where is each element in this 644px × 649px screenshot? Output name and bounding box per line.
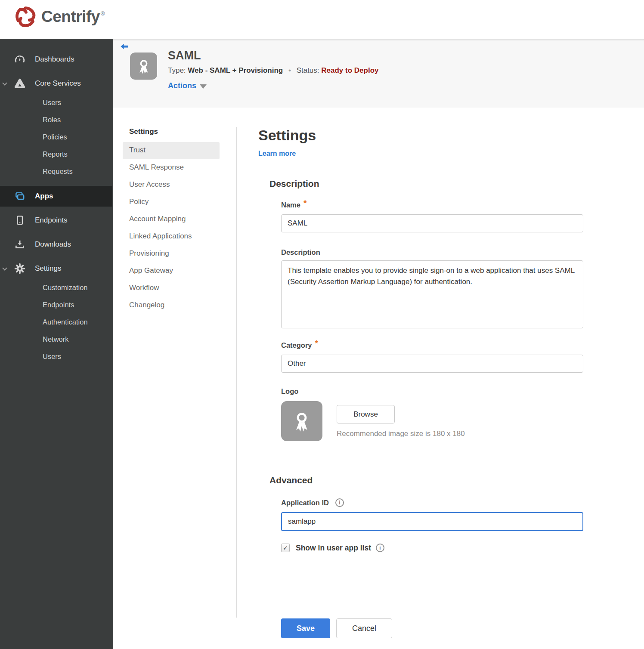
vertical-divider: [236, 127, 237, 618]
settings-panel: Settings Learn more Description Name * D…: [258, 108, 598, 638]
name-field[interactable]: [281, 214, 583, 232]
sidebar-item-endpoints[interactable]: Endpoints: [0, 210, 112, 231]
show-in-user-app-list-label: Show in user app list: [296, 544, 371, 553]
app-logo: [130, 53, 157, 80]
sidebar-item-authentication[interactable]: Authentication: [0, 313, 112, 331]
back-arrow-icon: [119, 42, 130, 52]
subnav-item-linked-applications[interactable]: Linked Applications: [123, 228, 220, 245]
browse-button[interactable]: Browse: [337, 405, 395, 423]
sidebar-item-roles[interactable]: Roles: [0, 111, 112, 128]
sidebar-item-label: Settings: [35, 264, 61, 273]
gauge-icon: [14, 54, 25, 65]
required-asterisk: *: [315, 339, 318, 348]
sidebar-item-label: Dashboards: [35, 55, 74, 64]
learn-more-link[interactable]: Learn more: [258, 150, 296, 158]
subnav-item-provisioning[interactable]: Provisioning: [123, 245, 220, 263]
sidebar-item-users-settings[interactable]: Users: [0, 348, 112, 365]
subnav-item-policy[interactable]: Policy: [123, 194, 220, 211]
advanced-section-heading: Advanced: [269, 475, 598, 486]
topbar: Centrify ®: [0, 0, 644, 39]
core-services-submenu: Users Roles Policies Reports Requests: [0, 94, 112, 180]
description-label: Description: [281, 248, 320, 257]
sidebar-item-apps[interactable]: Apps: [0, 186, 112, 207]
app-subnav: Settings Trust SAML Response User Access…: [123, 127, 220, 314]
subnav-item-saml-response[interactable]: SAML Response: [123, 159, 220, 176]
category-field[interactable]: [281, 355, 583, 373]
app-title: SAML: [168, 49, 378, 62]
name-label: Name: [281, 201, 300, 209]
sidebar-item-dashboards[interactable]: Dashboards: [0, 39, 112, 70]
logo-preview: [281, 401, 322, 441]
caret-down-icon: [200, 84, 207, 89]
sidebar-item-requests[interactable]: Requests: [0, 163, 112, 180]
subnav-item-changelog[interactable]: Changelog: [123, 297, 220, 314]
sidebar-item-core-services[interactable]: Core Services: [0, 73, 112, 94]
gear-icon: [14, 263, 25, 274]
sidebar-item-policies[interactable]: Policies: [0, 128, 112, 145]
app-header: SAML Type: Web - SAML + Provisioning • S…: [113, 39, 644, 108]
subnav-item-workflow[interactable]: Workflow: [123, 280, 220, 297]
type-label: Type:: [168, 66, 186, 74]
description-field[interactable]: This template enables you to provide sin…: [281, 260, 583, 328]
sidebar-item-settings[interactable]: Settings: [0, 258, 112, 279]
sidebar: Dashboards Core Services Users Roles Pol…: [0, 39, 113, 649]
chevron-down-icon: [2, 80, 7, 85]
sidebar-item-network[interactable]: Network: [0, 331, 112, 348]
sidebar-item-reports[interactable]: Reports: [0, 145, 112, 163]
device-icon: [14, 215, 25, 226]
sidebar-item-label: Core Services: [35, 79, 81, 88]
meta-separator: •: [288, 66, 291, 74]
show-in-user-app-list-checkbox[interactable]: ✓: [281, 544, 290, 552]
sidebar-item-customization[interactable]: Customization: [0, 279, 112, 296]
subnav-item-app-gateway[interactable]: App Gateway: [123, 263, 220, 280]
info-icon[interactable]: i: [335, 498, 344, 507]
subnav-header: Settings: [123, 127, 220, 137]
sidebar-item-downloads[interactable]: Downloads: [0, 234, 112, 255]
type-value: Web - SAML + Provisioning: [188, 66, 283, 74]
subnav-item-trust[interactable]: Trust: [123, 142, 220, 159]
actions-label: Actions: [168, 81, 196, 90]
status-label: Status:: [297, 66, 319, 74]
centrify-spiral-icon: [12, 3, 39, 30]
sidebar-item-endpoints-settings[interactable]: Endpoints: [0, 296, 112, 313]
status-badge: Ready to Deploy: [321, 66, 378, 74]
required-asterisk: *: [303, 198, 307, 208]
sidebar-item-label: Downloads: [35, 240, 71, 249]
app-meta: Type: Web - SAML + Provisioning • Status…: [168, 66, 378, 75]
ribbon-icon: [135, 58, 152, 75]
content: Settings Trust SAML Response User Access…: [113, 108, 644, 649]
application-id-label: Application ID: [281, 499, 329, 507]
sidebar-item-users[interactable]: Users: [0, 94, 112, 111]
sidebar-item-label: Apps: [35, 192, 53, 201]
cancel-button[interactable]: Cancel: [336, 618, 392, 638]
logo-label: Logo: [281, 387, 298, 396]
subnav-item-user-access[interactable]: User Access: [123, 176, 220, 194]
description-section-heading: Description: [269, 178, 598, 189]
brand-reg-mark: ®: [101, 10, 105, 17]
logo-size-hint: Recommended image size is 180 x 180: [337, 430, 465, 438]
chevron-down-icon: [2, 266, 7, 270]
subnav-item-account-mapping[interactable]: Account Mapping: [123, 211, 220, 228]
page-title: Settings: [258, 127, 598, 144]
brand-name: Centrify: [41, 8, 100, 26]
sidebar-item-label: Endpoints: [35, 216, 68, 225]
back-button[interactable]: [119, 42, 130, 53]
category-label: Category: [281, 341, 312, 349]
save-button[interactable]: Save: [281, 618, 330, 638]
info-icon[interactable]: i: [376, 544, 384, 552]
download-icon: [14, 239, 25, 250]
ribbon-icon: [290, 410, 313, 433]
apps-icon: [14, 191, 25, 202]
application-id-field[interactable]: [281, 512, 583, 531]
brand-logo[interactable]: Centrify ®: [12, 3, 105, 30]
settings-submenu: Customization Endpoints Authentication N…: [0, 279, 112, 365]
core-services-icon: [14, 78, 25, 89]
actions-menu[interactable]: Actions: [168, 81, 207, 90]
